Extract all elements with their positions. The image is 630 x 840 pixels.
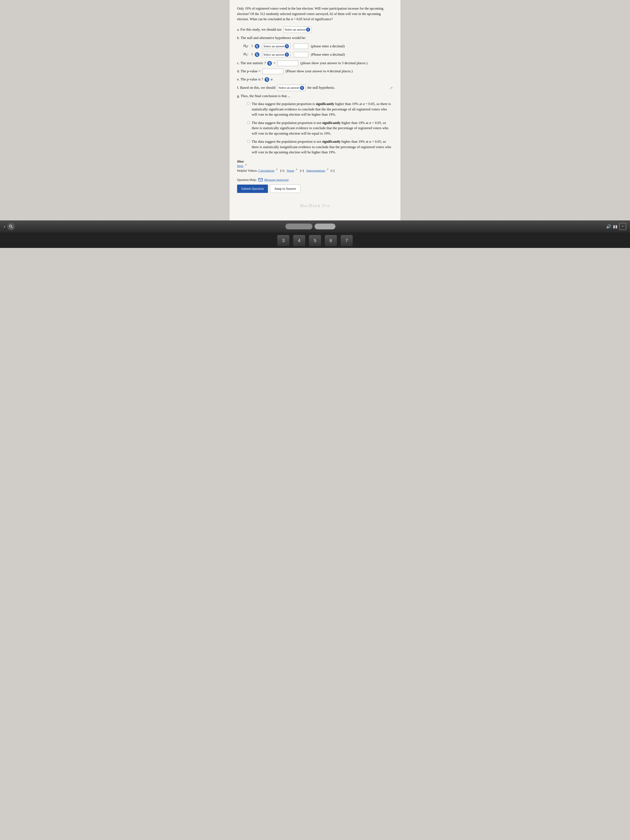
search-icon[interactable] bbox=[7, 223, 15, 230]
help-row: Help ↗ bbox=[237, 163, 393, 168]
part-e-label: e. The p-value is bbox=[237, 77, 261, 81]
part-e: e. The p-value is ? ⇅ α bbox=[237, 76, 393, 82]
jump-to-answer-button[interactable]: Jump to Answer bbox=[270, 185, 300, 193]
h0-decimal-input[interactable] bbox=[294, 44, 308, 49]
part-d-placeholder: (Please show your answer to 4 decimal pl… bbox=[286, 69, 353, 73]
h1-question-btn[interactable]: ⇅ bbox=[255, 52, 259, 57]
macbook-label: MacBook Pro bbox=[237, 203, 393, 212]
taskbar: › 🔊 ▮▮ + bbox=[0, 220, 630, 232]
part-c-equals: = bbox=[273, 61, 276, 65]
calculations-link[interactable]: Calculations bbox=[258, 169, 275, 172]
taskbar-left: › bbox=[4, 223, 15, 230]
help-external-icon: ↗ bbox=[245, 163, 247, 166]
h0-arrow-btn[interactable]: ⇅ bbox=[285, 44, 289, 48]
taskbar-pill2[interactable] bbox=[314, 224, 335, 229]
setup-external-icon: ↗ bbox=[295, 168, 297, 171]
part-d-label: d. The p-value = bbox=[237, 69, 261, 73]
part-g-label: g. Thus, the final conclusion is that ..… bbox=[237, 93, 393, 99]
key-7[interactable]: 7 bbox=[341, 235, 353, 246]
part-c-question-btn[interactable]: ⇅ bbox=[267, 61, 272, 66]
h1-select-text: Select an answer bbox=[264, 53, 284, 57]
interp-plus[interactable]: [+] bbox=[331, 169, 335, 172]
chevron-right-icon[interactable]: › bbox=[4, 224, 5, 229]
part-b-label: b. The null and alternative hypotheses w… bbox=[237, 35, 393, 41]
radio-2-text: The data suggest the population proporti… bbox=[252, 120, 393, 136]
buttons-row: Submit Question Jump to Answer bbox=[237, 185, 393, 193]
mail-icon bbox=[258, 178, 262, 181]
radio-1-text: The data suggest the populaton proportio… bbox=[252, 101, 393, 117]
h1-question-label: ? bbox=[251, 52, 253, 57]
h1-label: H1: bbox=[243, 52, 250, 57]
calc-plus[interactable]: [+] bbox=[280, 169, 284, 172]
part-a-select[interactable]: Select an answer ⇅ bbox=[283, 27, 312, 33]
radio-1[interactable] bbox=[247, 102, 250, 105]
key-5[interactable]: 5 bbox=[309, 235, 321, 246]
part-f: f. Based on this, we should Select an an… bbox=[237, 85, 393, 91]
part-f-label: f. Based on this, we should bbox=[237, 85, 275, 89]
part-a: a. For this study, we should use Select … bbox=[237, 27, 393, 33]
question-text: Only 19% of registered voters voted in t… bbox=[237, 6, 393, 22]
part-f-select[interactable]: Select an answer ⇅ bbox=[277, 85, 306, 91]
radio-item-3: The data suggest the population proporti… bbox=[247, 139, 393, 155]
keyboard-row: 3 4 5 6 7 bbox=[0, 232, 630, 248]
svg-point-1 bbox=[9, 225, 12, 227]
taskbar-right: 🔊 ▮▮ + bbox=[606, 223, 626, 230]
part-f-arrow-btn[interactable]: ⇅ bbox=[300, 86, 304, 90]
setup-plus[interactable]: [+] bbox=[300, 169, 304, 172]
part-a-label: a. For this study, we should use bbox=[237, 27, 281, 31]
part-a-arrow-btn[interactable]: ⇅ bbox=[306, 27, 310, 32]
key-4[interactable]: 4 bbox=[293, 235, 305, 246]
h1-decimal-input[interactable] bbox=[294, 52, 308, 57]
calc-external-icon: ↗ bbox=[275, 168, 278, 171]
part-d: d. The p-value = (Please show your answe… bbox=[237, 68, 393, 74]
part-d-input[interactable] bbox=[262, 69, 283, 74]
helpful-videos-label: Helpful Videos: bbox=[237, 169, 257, 172]
hint-label: Hint: bbox=[237, 159, 393, 163]
h0-placeholder: (please enter a decimal) bbox=[311, 44, 344, 48]
radio-3[interactable] bbox=[247, 140, 250, 143]
question-help: Question Help: Message instructor bbox=[237, 178, 393, 182]
hint-section: Hint: Help ↗ Helpful Videos: Calculation… bbox=[237, 159, 393, 172]
part-e-alpha: α bbox=[271, 77, 273, 81]
help-link[interactable]: Help bbox=[237, 164, 243, 168]
battery-icon: ▮▮ bbox=[613, 224, 617, 229]
radio-item-1: The data suggest the populaton proportio… bbox=[247, 101, 393, 117]
h0-label: H0: bbox=[243, 44, 250, 49]
radio-item-2: The data suggest the population proporti… bbox=[247, 120, 393, 136]
radio-3-text: The data suggest the population proporti… bbox=[252, 139, 393, 155]
cursor-arrow: ↗ bbox=[389, 85, 393, 92]
question-help-label: Question Help: bbox=[237, 178, 257, 182]
part-c-question-label: ? bbox=[264, 61, 266, 65]
message-instructor-link[interactable]: Message instructor bbox=[264, 178, 289, 182]
hypotheses-block: H0: ? ⇅ Select an answer ⇅ (please enter… bbox=[243, 44, 393, 57]
radio-2[interactable] bbox=[247, 121, 250, 124]
add-tab-button[interactable]: + bbox=[619, 223, 626, 230]
part-a-select-text: Select an answer bbox=[285, 27, 306, 33]
h0-question-label: ? bbox=[251, 44, 253, 48]
part-c: c. The test statistic ? ⇅ = (please show… bbox=[237, 60, 393, 66]
h0-row: H0: ? ⇅ Select an answer ⇅ (please enter… bbox=[243, 44, 393, 49]
h1-select[interactable]: Select an answer ⇅ bbox=[262, 52, 291, 57]
part-c-label: c. The test statistic bbox=[237, 61, 263, 65]
part-f-suffix: the null hypothesis. bbox=[307, 85, 335, 89]
part-f-select-text: Select an answer bbox=[278, 85, 300, 91]
part-e-question-btn[interactable]: ⇅ bbox=[265, 77, 269, 82]
submit-question-button[interactable]: Submit Question bbox=[237, 185, 268, 193]
key-3[interactable]: 3 bbox=[277, 235, 289, 246]
part-e-question-label: ? bbox=[262, 77, 263, 81]
h0-select-text: Select an answer bbox=[264, 44, 284, 48]
key-6[interactable]: 6 bbox=[325, 235, 337, 246]
svg-line-2 bbox=[11, 227, 13, 228]
h1-row: H1: ? ⇅ Select an answer ⇅ (Please enter… bbox=[243, 52, 393, 57]
setup-link[interactable]: Setup bbox=[287, 169, 294, 172]
interpretations-link[interactable]: Interpretations bbox=[306, 169, 325, 172]
volume-icon[interactable]: 🔊 bbox=[606, 224, 611, 229]
h0-question-btn[interactable]: ⇅ bbox=[255, 44, 259, 49]
interp-external-icon: ↗ bbox=[326, 168, 328, 171]
radio-group: The data suggest the populaton proportio… bbox=[247, 101, 393, 155]
h0-select[interactable]: Select an answer ⇅ bbox=[262, 44, 291, 49]
h1-arrow-btn[interactable]: ⇅ bbox=[285, 52, 289, 57]
part-c-input[interactable] bbox=[278, 61, 298, 66]
h1-placeholder: (Please enter a decimal) bbox=[311, 52, 345, 57]
part-c-placeholder: (please show your answer to 3 decimal pl… bbox=[301, 61, 368, 65]
